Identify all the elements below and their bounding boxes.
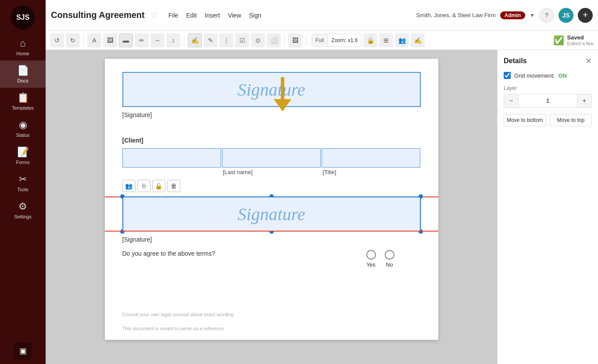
forms-icon: 📝 [17, 146, 29, 158]
toolbar: ↺ ↻ A 🖼 ▬ ✏ ↔ ↕ ✍ ✎ ⋮ ☑ ⊙ ⬜ 🖼 Full Zoom:… [46, 31, 598, 50]
sidebar-item-settings[interactable]: ⚙ Settings [0, 196, 46, 224]
sig-box-2[interactable]: Signature [122, 196, 421, 232]
resize-h-tool[interactable]: ↔ [150, 33, 165, 47]
content-wrapper: Signature [Signature] [Client] [Last nam… [46, 50, 598, 364]
group-btn[interactable]: 👥 [395, 33, 409, 47]
table-btn[interactable]: ⊞ [379, 33, 393, 47]
toolbar-sep-1 [83, 35, 84, 46]
help-button[interactable]: ? [539, 8, 554, 23]
details-close-button[interactable]: ✕ [585, 56, 592, 66]
grid-movement-label: Grid movement: [514, 72, 555, 79]
avatar-button[interactable]: JS [559, 8, 573, 23]
admin-dropdown-icon[interactable]: ▼ [530, 12, 535, 18]
sidebar-item-templates[interactable]: 📋 Templates [0, 88, 46, 115]
sig-text-1: Signature [237, 79, 305, 100]
layer-label: Layer [504, 85, 592, 91]
sidebar-logo[interactable]: SJS [11, 5, 35, 30]
sidebar-item-forms[interactable]: 📝 Forms [0, 142, 46, 169]
first-name-field[interactable] [122, 148, 221, 168]
pen-tool[interactable]: ✏ [135, 33, 149, 47]
panel-icon: ▣ [19, 346, 27, 356]
sig-box-1-wrapper: Signature [122, 72, 421, 107]
rectangle-tool[interactable]: ▬ [119, 33, 133, 47]
disclaimer-1: Consult your own legal counsel about exa… [122, 312, 421, 317]
doc-area[interactable]: Signature [Signature] [Client] [Last nam… [46, 50, 497, 364]
sidebar-item-docs[interactable]: 📄 Docs [0, 61, 46, 88]
bracket-sig-1: [Signature] [122, 111, 421, 118]
split-tool[interactable]: ⋮ [219, 33, 233, 47]
mini-lock-btn[interactable]: 🔒 [152, 180, 165, 192]
details-title: Details [504, 57, 526, 65]
title-field-wrapper: [Title] [322, 148, 420, 175]
add-button[interactable]: + [578, 8, 593, 23]
sig-box-1[interactable]: Signature [122, 72, 421, 107]
toolbar-sep-3 [284, 35, 285, 46]
favorite-icon[interactable]: ♡ [151, 11, 157, 19]
sidebar-item-label: Home [16, 51, 29, 56]
layer-value: 1 [518, 94, 577, 108]
stamp-tool[interactable]: ⬜ [267, 33, 281, 47]
resize-v-tool[interactable]: ↕ [166, 33, 180, 47]
admin-badge: Admin [500, 11, 525, 19]
grid-movement-checkbox[interactable] [504, 72, 511, 79]
disclaimer-2: This document is meant to serve as a ref… [122, 326, 421, 331]
text-tool[interactable]: A [87, 33, 101, 47]
redo-button[interactable]: ↻ [66, 33, 80, 47]
sidebar-item-label: Tools [17, 187, 29, 192]
spacer-1 [122, 121, 421, 134]
no-radio[interactable] [385, 250, 394, 260]
question-text: Do you agree to the above terms? [122, 250, 358, 257]
question-row: Do you agree to the above terms? Yes No [122, 250, 421, 268]
yes-radio[interactable] [366, 250, 376, 260]
menu-bar: File Edit Insert View Sign [168, 12, 261, 19]
move-to-bottom-button[interactable]: Move to bottom [504, 114, 546, 126]
sidebar-item-home[interactable]: ⌂ Home [0, 33, 46, 61]
toolbar-sep-2 [184, 35, 184, 46]
topbar-right: Smith, Jones, & Steel Law Firm Admin ▼ ?… [416, 8, 593, 23]
mini-toolbar: 👥 ⎘ 🔒 🗑 [122, 180, 421, 192]
sign-btn[interactable]: ✍ [411, 33, 425, 47]
sig-text-2: Signature [237, 204, 305, 225]
details-panel: Details ✕ Grid movement: ON Layer − 1 + … [497, 50, 598, 364]
sidebar: SJS ⌂ Home 📄 Docs 📋 Templates ◉ Status 📝… [0, 0, 46, 364]
layer-minus-button[interactable]: − [504, 94, 518, 108]
saved-info: Saved Edited a few [567, 34, 594, 46]
last-name-field[interactable] [222, 148, 321, 168]
layer-plus-button[interactable]: + [577, 94, 591, 108]
mini-copy-btn[interactable]: ⎘ [137, 180, 150, 192]
image-tool[interactable]: 🖼 [103, 33, 117, 47]
toolbar-sep-4 [306, 35, 306, 46]
sidebar-item-label: Docs [17, 78, 28, 83]
menu-view[interactable]: View [228, 12, 241, 19]
lock-view-btn[interactable]: 🔒 [363, 33, 377, 47]
menu-insert[interactable]: Insert [204, 12, 220, 19]
doc-page: Signature [Signature] [Client] [Last nam… [105, 59, 438, 340]
move-buttons: Move to bottom Move to top [504, 114, 592, 126]
saved-area: ✅ Saved Edited a few [553, 34, 594, 46]
checkbox-tool[interactable]: ☑ [235, 33, 249, 47]
signature-tool[interactable]: ✍ [188, 33, 202, 47]
mini-group-btn[interactable]: 👥 [122, 180, 136, 192]
main-area: Consulting Agreement ♡ File Edit Insert … [46, 0, 598, 364]
edit-tool[interactable]: ✎ [204, 33, 218, 47]
menu-sign[interactable]: Sign [249, 12, 261, 19]
move-to-top-button[interactable]: Move to top [550, 114, 592, 126]
title-field[interactable] [322, 148, 420, 168]
radio-tool[interactable]: ⊙ [251, 33, 265, 47]
settings-icon: ⚙ [18, 201, 27, 212]
menu-edit[interactable]: Edit [186, 12, 197, 19]
tools-icon: ✂ [19, 174, 27, 185]
image2-tool[interactable]: 🖼 [288, 33, 302, 47]
panel-toggle[interactable]: ▣ [14, 342, 32, 360]
sidebar-item-label: Templates [12, 105, 34, 111]
last-name-label: [Last name] [222, 169, 321, 175]
undo-button[interactable]: ↺ [50, 33, 64, 47]
templates-icon: 📋 [17, 92, 29, 103]
zoom-value: Zoom: x1.6 [328, 34, 361, 47]
mini-delete-btn[interactable]: 🗑 [167, 180, 180, 192]
sidebar-item-tools[interactable]: ✂ Tools [0, 169, 46, 196]
home-icon: ⌂ [20, 38, 25, 49]
sidebar-item-status[interactable]: ◉ Status [0, 115, 46, 142]
saved-label: Saved [567, 34, 594, 41]
menu-file[interactable]: File [168, 12, 179, 19]
